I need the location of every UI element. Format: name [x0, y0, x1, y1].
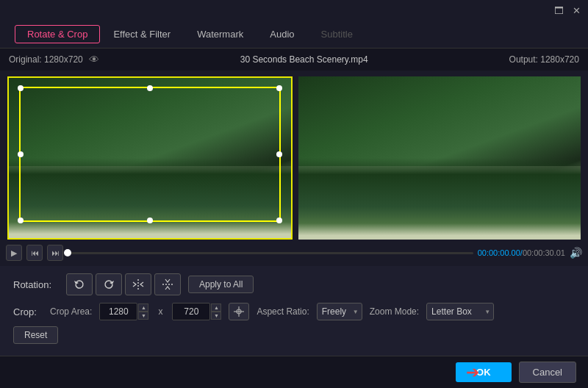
preview-left: [7, 76, 293, 240]
width-up[interactable]: ▲: [138, 303, 148, 312]
aspect-ratio-wrapper: Freely 16:9 4:3 1:1: [317, 303, 362, 320]
filename-label: 30 Seconds Beach Scenery.mp4: [240, 54, 368, 65]
zoom-mode-wrapper: Letter Box Pan & Scan None: [426, 303, 494, 320]
height-down[interactable]: ▼: [211, 312, 221, 320]
crop-handle-ml[interactable]: [18, 151, 24, 157]
crop-handle-tl[interactable]: [18, 85, 24, 91]
flip-vertical-button[interactable]: [154, 273, 181, 295]
restore-button[interactable]: 🗖: [553, 4, 564, 16]
original-label: Original: 1280x720: [9, 54, 83, 65]
reset-button[interactable]: Reset: [13, 326, 58, 344]
controls-area: Rotation: Apply to All Crop: Crop Area: …: [0, 266, 588, 351]
width-down[interactable]: ▼: [138, 312, 148, 320]
timeline-progress[interactable]: [68, 252, 473, 254]
eye-icon[interactable]: 👁: [89, 54, 99, 65]
rotate-ccw-button[interactable]: [66, 273, 93, 295]
next-frame-button[interactable]: ⏭: [47, 245, 63, 261]
height-spinner: ▲ ▼: [172, 303, 221, 320]
play-button[interactable]: ▶: [6, 245, 22, 261]
crop-handle-bl[interactable]: [18, 218, 24, 223]
height-up[interactable]: ▲: [211, 303, 221, 312]
x-separator: x: [158, 306, 162, 317]
title-bar: 🗖 ✕: [0, 0, 588, 21]
crop-handle-bm[interactable]: [147, 218, 153, 223]
timeline-dot[interactable]: [64, 249, 71, 256]
tab-watermark[interactable]: Watermark: [184, 24, 257, 44]
arrow-indicator: ➔: [466, 363, 479, 382]
volume-icon[interactable]: 🔊: [570, 247, 582, 259]
prev-frame-button[interactable]: ⏮: [26, 245, 43, 261]
rotation-row: Rotation: Apply to All: [13, 273, 575, 295]
tab-audio[interactable]: Audio: [257, 24, 307, 44]
rotate-cw-button[interactable]: [96, 273, 122, 295]
flip-horizontal-button[interactable]: [125, 273, 151, 295]
ok-button[interactable]: OK: [456, 362, 512, 382]
canvas-area: [0, 71, 588, 240]
preview-header: Original: 1280x720 👁 30 Seconds Beach Sc…: [0, 48, 588, 71]
tab-effect-filter[interactable]: Effect & Filter: [100, 24, 184, 44]
tab-subtitle: Subtitle: [308, 24, 366, 44]
crop-area-label: Crop Area:: [50, 306, 92, 317]
preview-right: [298, 76, 581, 240]
tab-rotate-crop[interactable]: Rotate & Crop: [15, 25, 100, 43]
zoom-mode-select[interactable]: Letter Box Pan & Scan None: [426, 303, 494, 320]
crop-handle-tm[interactable]: [147, 85, 153, 91]
crop-row: Crop: Crop Area: ▲ ▼ x ▲ ▼ Aspect Ratio:…: [13, 303, 575, 320]
width-spinner: ▲ ▼: [99, 303, 148, 320]
width-input[interactable]: [99, 303, 137, 320]
timeline: ▶ ⏮ ⏭ 00:00:00.00/00:00:30.01 🔊: [0, 240, 588, 266]
close-button[interactable]: ✕: [570, 4, 582, 16]
apply-all-button[interactable]: Apply to All: [188, 276, 254, 293]
reset-row: Reset: [13, 326, 575, 344]
height-input[interactable]: [172, 303, 210, 320]
cancel-button[interactable]: Cancel: [519, 362, 576, 383]
aspect-ratio-select[interactable]: Freely 16:9 4:3 1:1: [317, 303, 362, 320]
bottom-bar: ➔ OK Cancel: [0, 356, 588, 388]
crop-handle-tr[interactable]: [276, 85, 282, 91]
crop-label: Crop:: [13, 306, 43, 317]
crop-handle-br[interactable]: [276, 218, 282, 223]
rotation-label: Rotation:: [13, 279, 66, 290]
crop-frame[interactable]: [19, 87, 281, 222]
crop-handle-mr[interactable]: [276, 151, 282, 157]
time-display: 00:00:00.00/00:00:30.01: [478, 248, 565, 257]
center-crop-button[interactable]: [229, 303, 249, 320]
tabs-row: Rotate & Crop Effect & Filter Watermark …: [0, 21, 588, 48]
aspect-ratio-label: Aspect Ratio:: [257, 306, 309, 317]
zoom-mode-label: Zoom Mode:: [370, 306, 419, 317]
output-label: Output: 1280x720: [509, 54, 579, 65]
